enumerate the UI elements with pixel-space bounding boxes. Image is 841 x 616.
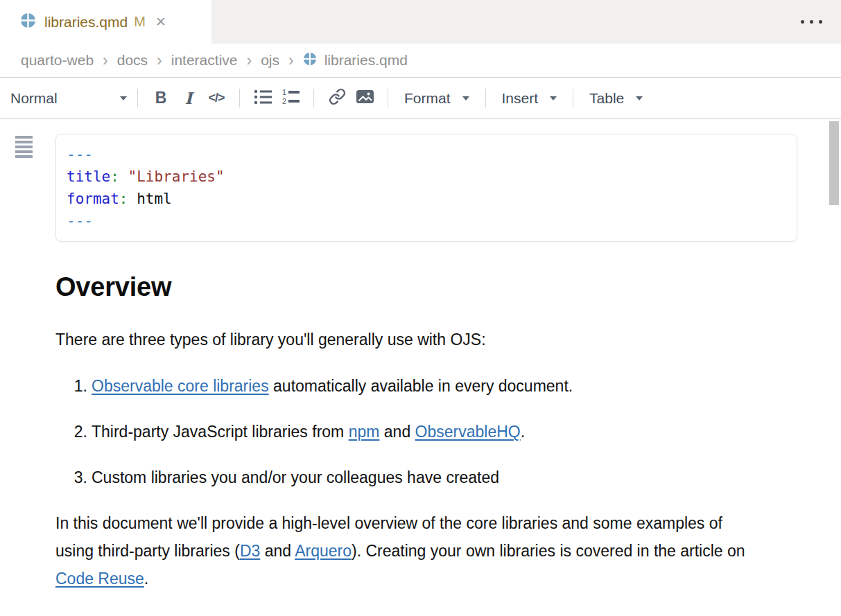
doc-link[interactable]: ObservableHQ (415, 423, 521, 441)
chevron-right-icon: › (103, 51, 108, 70)
chevron-down-icon (550, 96, 557, 100)
document-body: ---title: "Libraries"format: html--- Ove… (55, 134, 797, 608)
code-token (128, 191, 137, 207)
breadcrumb-item-ojs[interactable]: ojs (261, 52, 279, 69)
intro-paragraph: There are three types of library you'll … (55, 326, 797, 353)
modified-badge: M (134, 14, 146, 30)
insert-menu-label: Insert (502, 90, 539, 107)
code-line: --- (67, 210, 786, 232)
code-token: "Libraries" (128, 168, 225, 185)
code-line: format: html (67, 188, 786, 210)
list-item-number: 2. (69, 418, 87, 446)
toolbar-divider (573, 89, 573, 107)
code-token: : (110, 168, 119, 185)
code-button[interactable]: </> (202, 85, 230, 112)
insert-menu[interactable]: Insert (495, 87, 564, 109)
breadcrumb-item-interactive[interactable]: interactive (171, 52, 238, 69)
code-line: title: "Libraries" (67, 166, 786, 188)
doc-link[interactable]: D3 (240, 542, 260, 560)
toolbar-divider (388, 89, 388, 107)
chevron-right-icon: › (246, 51, 252, 70)
code-token: --- (67, 213, 93, 229)
more-options-icon[interactable] (801, 20, 822, 24)
text-segment: . (144, 570, 148, 588)
format-menu[interactable]: Format (397, 87, 476, 109)
numbered-list-icon: 1 2 (281, 88, 300, 108)
chevron-down-icon (120, 96, 127, 100)
svg-text:1: 1 (282, 88, 286, 96)
toolbar-divider (313, 89, 314, 107)
vertical-scrollbar-thumb[interactable] (829, 121, 839, 205)
image-icon (356, 88, 374, 108)
list-item: 3.Custom libraries you and/or your colle… (55, 464, 797, 491)
numbered-list-button[interactable]: 1 2 (277, 85, 304, 112)
italic-button[interactable]: I (175, 85, 202, 112)
library-type-list: 1.Observable core libraries automaticall… (55, 372, 797, 491)
chevron-down-icon (636, 96, 643, 100)
text-segment: Custom libraries you and/or your colleag… (92, 468, 499, 486)
tab-libraries-qmd[interactable]: libraries.qmd M ✕ (0, 0, 211, 44)
toolbar-divider (239, 89, 240, 107)
doc-link[interactable]: Arquero (295, 542, 352, 560)
text-segment: automatically available in every documen… (269, 377, 573, 395)
text-segment: and (260, 542, 295, 560)
code-token (119, 168, 128, 185)
quarto-logo-icon (20, 12, 36, 31)
list-item-number: 3. (69, 464, 87, 491)
tab-bar: libraries.qmd M ✕ (0, 0, 841, 44)
table-menu[interactable]: Table (582, 87, 650, 109)
text-segment: Third-party JavaScript libraries from (92, 423, 349, 441)
code-token: format (67, 191, 119, 207)
breadcrumb-item-quarto-web[interactable]: quarto-web (21, 52, 94, 69)
list-item: 1.Observable core libraries automaticall… (55, 372, 797, 400)
close-icon[interactable]: ✕ (155, 15, 166, 28)
tab-title: libraries.qmd (44, 14, 128, 30)
bold-button[interactable]: B (147, 85, 175, 112)
list-item-number: 1. (69, 372, 87, 400)
toolbar-divider (485, 89, 486, 107)
format-menu-label: Format (404, 90, 451, 107)
outro-paragraph: In this document we'll provide a high-le… (55, 509, 757, 592)
breadcrumb-current-file[interactable]: libraries.qmd (303, 52, 408, 69)
code-line: --- (67, 143, 786, 166)
svg-text:2: 2 (282, 97, 286, 105)
editor-toolbar: Normal B I </> 1 2 (0, 78, 841, 119)
doc-link[interactable]: Observable core libraries (92, 377, 269, 395)
list-item-text: Observable core libraries automatically … (92, 372, 573, 400)
bullet-list-icon (254, 89, 272, 107)
text-segment: and (379, 423, 415, 441)
chevron-down-icon (462, 96, 469, 100)
quarto-logo-icon (303, 52, 317, 69)
text-segment: ). Creating your own libraries is covere… (352, 542, 745, 560)
toolbar-divider (137, 89, 138, 107)
code-token: title (67, 168, 110, 185)
breadcrumb-current-label: libraries.qmd (324, 52, 408, 69)
section-heading: Overview (55, 272, 797, 302)
link-button[interactable] (323, 85, 351, 112)
link-icon (329, 88, 346, 109)
list-item-text: Custom libraries you and/or your colleag… (92, 464, 499, 491)
code-token: : (119, 191, 128, 207)
code-token: html (137, 191, 172, 207)
paragraph-style-select[interactable]: Normal (9, 87, 128, 109)
list-item: 2.Third-party JavaScript libraries from … (55, 418, 797, 446)
bullet-list-button[interactable] (249, 85, 277, 112)
breadcrumb-item-docs[interactable]: docs (117, 52, 148, 69)
table-menu-label: Table (589, 90, 624, 107)
code-token: --- (67, 146, 93, 163)
text-segment: . (521, 423, 525, 441)
block-drag-handle-icon[interactable] (15, 136, 33, 158)
yaml-front-matter-block[interactable]: ---title: "Libraries"format: html--- (55, 134, 797, 242)
breadcrumb: quarto-web › docs › interactive › ojs › … (0, 44, 841, 78)
chevron-right-icon: › (288, 51, 294, 70)
doc-link[interactable]: Code Reuse (55, 570, 144, 588)
editor-canvas[interactable]: ---title: "Libraries"format: html--- Ove… (0, 119, 841, 616)
paragraph-style-value: Normal (10, 90, 58, 107)
image-button[interactable] (351, 85, 379, 112)
list-item-text: Third-party JavaScript libraries from np… (92, 418, 525, 446)
chevron-right-icon: › (157, 51, 162, 70)
doc-link[interactable]: npm (349, 423, 380, 441)
